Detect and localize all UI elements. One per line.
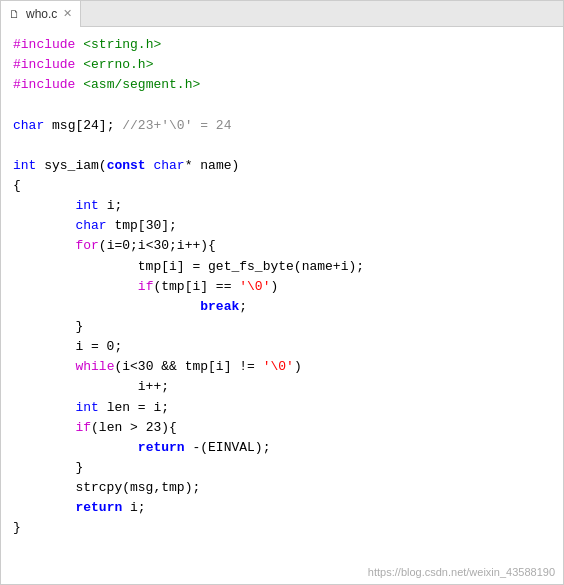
main-window: 🗋 who.c ✕ #include <string.h> #include <…	[0, 0, 564, 585]
code-line-17: while(i<30 && tmp[i] != '\0')	[13, 357, 551, 377]
code-editor: #include <string.h> #include <errno.h> #…	[1, 27, 563, 584]
code-line-13: if(tmp[i] == '\0')	[13, 277, 551, 297]
code-line-8: {	[13, 176, 551, 196]
code-line-23: strcpy(msg,tmp);	[13, 478, 551, 498]
code-line-16: i = 0;	[13, 337, 551, 357]
file-tab[interactable]: 🗋 who.c ✕	[1, 1, 81, 27]
tab-bar: 🗋 who.c ✕	[1, 1, 563, 27]
code-line-10: char tmp[30];	[13, 216, 551, 236]
code-line-19: int len = i;	[13, 398, 551, 418]
code-line-12: tmp[i] = get_fs_byte(name+i);	[13, 257, 551, 277]
code-line-6	[13, 136, 551, 156]
code-line-9: int i;	[13, 196, 551, 216]
code-line-24: return i;	[13, 498, 551, 518]
code-line-15: }	[13, 317, 551, 337]
code-line-14: break;	[13, 297, 551, 317]
code-line-4	[13, 95, 551, 115]
code-line-2: #include <errno.h>	[13, 55, 551, 75]
code-line-3: #include <asm/segment.h>	[13, 75, 551, 95]
watermark: https://blog.csdn.net/weixin_43588190	[368, 566, 555, 578]
file-icon: 🗋	[9, 8, 20, 20]
code-line-18: i++;	[13, 377, 551, 397]
code-line-20: if(len > 23){	[13, 418, 551, 438]
code-line-1: #include <string.h>	[13, 35, 551, 55]
code-line-25: }	[13, 518, 551, 538]
code-line-5: char msg[24]; //23+'\0' = 24	[13, 116, 551, 136]
tab-label: who.c	[26, 7, 57, 21]
code-line-21: return -(EINVAL);	[13, 438, 551, 458]
code-line-11: for(i=0;i<30;i++){	[13, 236, 551, 256]
tab-close-button[interactable]: ✕	[63, 7, 72, 20]
code-line-22: }	[13, 458, 551, 478]
code-line-7: int sys_iam(const char* name)	[13, 156, 551, 176]
